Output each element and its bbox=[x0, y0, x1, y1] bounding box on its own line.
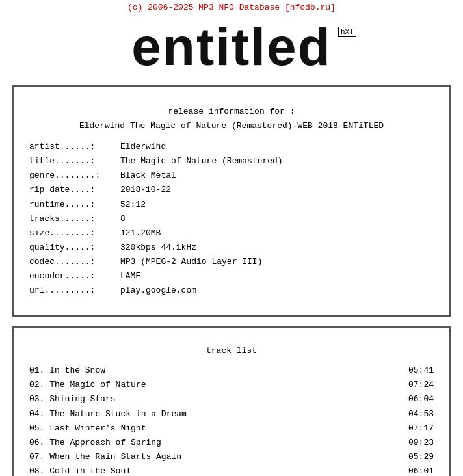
release-field-row: quality.....:320kbps 44.1kHz bbox=[29, 241, 434, 255]
field-key: codec.......: bbox=[29, 255, 120, 269]
tracklist-title: track list bbox=[29, 346, 434, 356]
hx-badge: hX! bbox=[338, 27, 356, 37]
field-key: runtime.....: bbox=[29, 198, 120, 212]
release-field-row: encoder.....:LAME bbox=[29, 269, 434, 284]
release-fields: artist......:Elderwindtitle.......:The M… bbox=[29, 140, 434, 298]
track-duration: 04:53 bbox=[408, 407, 434, 421]
track-row: 03. Shining Stars06:04 bbox=[29, 392, 434, 406]
track-title: 01. In the Snow bbox=[29, 364, 105, 378]
field-value: 2018-10-22 bbox=[120, 183, 171, 197]
field-key: encoder.....: bbox=[29, 269, 120, 284]
field-value: LAME bbox=[120, 269, 140, 284]
track-row: 04. The Nature Stuck in a Dream04:53 bbox=[29, 407, 434, 421]
track-row: 02. The Magic of Nature07:24 bbox=[29, 378, 434, 392]
tracklist-panel: track list 01. In the Snow05:4102. The M… bbox=[12, 337, 451, 476]
track-duration: 09:23 bbox=[408, 436, 434, 450]
track-title: 07. When the Rain Starts Again bbox=[29, 450, 181, 464]
field-key: url.........: bbox=[29, 284, 120, 298]
release-info-header: release information for : Elderwind-The_… bbox=[29, 105, 434, 133]
track-title: 04. The Nature Stuck in a Dream bbox=[29, 407, 187, 421]
field-key: quality.....: bbox=[29, 241, 120, 255]
track-duration: 07:17 bbox=[408, 421, 434, 436]
release-field-row: tracks......:8 bbox=[29, 212, 434, 226]
track-row: 05. Last Winter's Night07:17 bbox=[29, 421, 434, 436]
field-value: Black Metal bbox=[120, 168, 176, 183]
release-header-line1: release information for : bbox=[29, 105, 434, 119]
track-title: 08. Cold in the Soul bbox=[29, 464, 131, 476]
track-duration: 07:24 bbox=[408, 378, 434, 392]
track-row: 06. The Approach of Spring09:23 bbox=[29, 436, 434, 450]
logo-text: entitled bbox=[131, 20, 332, 73]
release-info-panel: release information for : Elderwind-The_… bbox=[12, 96, 451, 307]
release-panel-top-frame bbox=[12, 85, 451, 96]
copyright-text: (c) 2006-2025 MP3 NFO Database [nfodb.ru… bbox=[0, 0, 463, 14]
track-duration: 06:01 bbox=[408, 464, 434, 476]
release-field-row: genre........:Black Metal bbox=[29, 168, 434, 183]
track-row: 08. Cold in the Soul06:01 bbox=[29, 464, 434, 476]
release-field-row: rip date....:2018-10-22 bbox=[29, 183, 434, 197]
track-row: 01. In the Snow05:41 bbox=[29, 364, 434, 378]
field-value: Elderwind bbox=[120, 140, 166, 154]
track-title: 02. The Magic of Nature bbox=[29, 378, 146, 392]
track-title: 03. Shining Stars bbox=[29, 392, 116, 406]
release-field-row: url.........:play.google.com bbox=[29, 284, 434, 298]
tracklist-panel-top-frame bbox=[12, 326, 451, 337]
field-key: genre........: bbox=[29, 168, 120, 183]
track-list-container: 01. In the Snow05:4102. The Magic of Nat… bbox=[29, 364, 434, 476]
field-value: MP3 (MPEG-2 Audio Layer III) bbox=[120, 255, 262, 269]
field-value: The Magic of Nature (Remastered) bbox=[120, 154, 283, 168]
release-field-row: codec.......:MP3 (MPEG-2 Audio Layer III… bbox=[29, 255, 434, 269]
release-field-row: title.......:The Magic of Nature (Remast… bbox=[29, 154, 434, 168]
field-value: 8 bbox=[120, 212, 126, 226]
track-duration: 06:04 bbox=[408, 392, 434, 406]
logo-area: entitled hX! bbox=[0, 14, 463, 79]
release-field-row: size........:121.20MB bbox=[29, 226, 434, 241]
track-duration: 05:41 bbox=[408, 364, 434, 378]
track-row: 07. When the Rain Starts Again05:29 bbox=[29, 450, 434, 464]
field-key: title.......: bbox=[29, 154, 120, 168]
field-value: play.google.com bbox=[120, 284, 196, 298]
field-value: 320kbps 44.1kHz bbox=[120, 241, 196, 255]
field-value: 121.20MB bbox=[120, 226, 161, 241]
release-header-line2: Elderwind-The_Magic_of_Nature_(Remastere… bbox=[29, 119, 434, 133]
track-duration: 05:29 bbox=[408, 450, 434, 464]
field-key: size........: bbox=[29, 226, 120, 241]
field-key: rip date....: bbox=[29, 183, 120, 197]
field-key: artist......: bbox=[29, 140, 120, 154]
field-key: tracks......: bbox=[29, 212, 120, 226]
field-value: 52:12 bbox=[120, 198, 146, 212]
release-field-row: artist......:Elderwind bbox=[29, 140, 434, 154]
release-field-row: runtime.....:52:12 bbox=[29, 198, 434, 212]
release-panel-bottom-frame bbox=[12, 307, 451, 317]
track-title: 05. Last Winter's Night bbox=[29, 421, 146, 436]
track-title: 06. The Approach of Spring bbox=[29, 436, 161, 450]
